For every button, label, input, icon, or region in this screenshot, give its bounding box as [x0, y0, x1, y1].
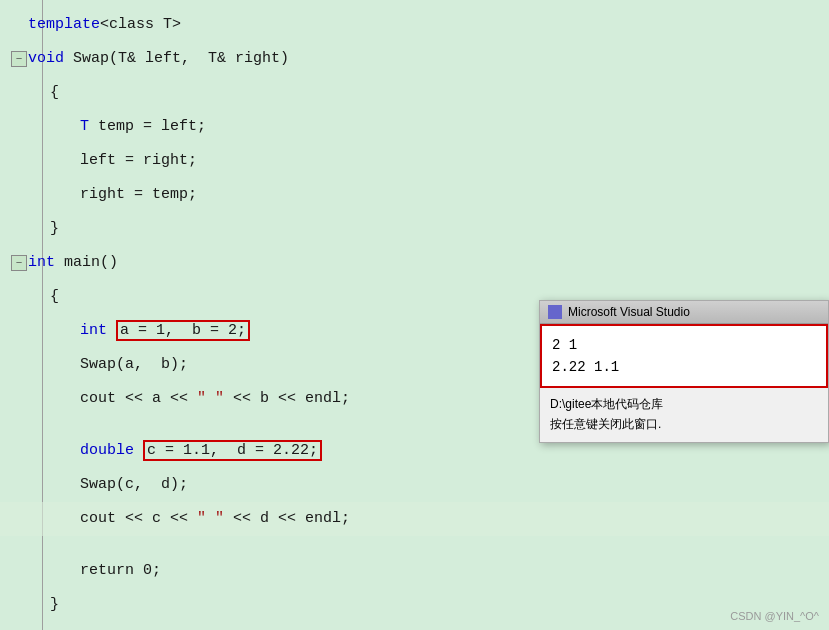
code-text-1: template<class T> [28, 8, 181, 42]
code-line-16: cout << c << " " << d << endl; [0, 502, 829, 536]
code-text-11: Swap(a, b); [20, 348, 188, 382]
code-line-8: − int main() [0, 246, 829, 280]
code-text-2: void Swap(T& left, T& right) [28, 42, 289, 76]
output-window: Microsoft Visual Studio 2 1 2.22 1.1 D:\… [539, 300, 829, 443]
vs-icon [548, 305, 562, 319]
code-text-14: double c = 1.1, d = 2.22; [20, 434, 322, 468]
code-text-19: } [20, 588, 59, 622]
code-text-4: T temp = left; [20, 110, 206, 144]
code-line-2: − void Swap(T& left, T& right) [0, 42, 829, 76]
code-line-5: left = right; [0, 144, 829, 178]
code-line-18: return 0; [0, 554, 829, 588]
code-line-3: { [0, 76, 829, 110]
code-line-19: } [0, 588, 829, 622]
code-text-5: left = right; [20, 144, 197, 178]
collapse-main-icon[interactable]: − [11, 255, 27, 271]
output-title: Microsoft Visual Studio [568, 305, 690, 319]
code-line-4: T temp = left; [0, 110, 829, 144]
code-text-18: return 0; [20, 554, 161, 588]
output-content: 2 1 2.22 1.1 [540, 324, 828, 388]
code-text-3: { [20, 76, 59, 110]
code-text-9: { [20, 280, 59, 314]
code-line-6: right = temp; [0, 178, 829, 212]
output-extra-line-2: 按任意键关闭此窗口. [550, 414, 818, 434]
code-text-8: int main() [28, 246, 118, 280]
gutter-2: − [8, 51, 28, 67]
csdn-watermark: CSDN @YIN_^O^ [730, 610, 819, 622]
output-titlebar: Microsoft Visual Studio [540, 301, 828, 324]
code-text-12: cout << a << " " << b << endl; [20, 382, 350, 416]
code-line-1: template<class T> [0, 8, 829, 42]
code-text-16: cout << c << " " << d << endl; [20, 502, 350, 536]
output-line-2: 2.22 1.1 [552, 356, 816, 378]
code-line-7: } [0, 212, 829, 246]
collapse-swap-icon[interactable]: − [11, 51, 27, 67]
code-line-17 [0, 536, 829, 554]
code-line-15: Swap(c, d); [0, 468, 829, 502]
code-text-6: right = temp; [20, 178, 197, 212]
output-extra-line-1: D:\gitee本地代码仓库 [550, 394, 818, 414]
code-text-7: } [20, 212, 59, 246]
gutter-8: − [8, 255, 28, 271]
code-area: template<class T> − void Swap(T& left, T… [0, 0, 829, 630]
output-extra: D:\gitee本地代码仓库 按任意键关闭此窗口. [540, 388, 828, 442]
code-text-10: int a = 1, b = 2; [20, 314, 250, 348]
output-line-1: 2 1 [552, 334, 816, 356]
code-text-15: Swap(c, d); [20, 468, 188, 502]
